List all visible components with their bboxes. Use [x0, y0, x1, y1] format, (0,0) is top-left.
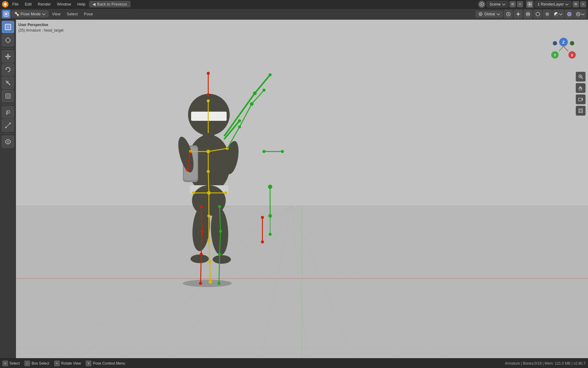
svg-marker-40: [7, 58, 9, 59]
render-icon-btn[interactable]: [526, 1, 533, 8]
menu-file[interactable]: File: [10, 1, 21, 7]
svg-point-126: [200, 205, 203, 208]
render-layer-close-btn[interactable]: ×: [580, 1, 586, 7]
transform-tool-btn[interactable]: [2, 90, 14, 102]
viewport-grid: [16, 20, 588, 358]
custom-tool-btn[interactable]: [2, 136, 14, 148]
scene-selector[interactable]: Scene: [487, 1, 508, 7]
viewport-label: User Perspective (25) Armature : head_ta…: [18, 22, 63, 33]
annotate-tool-btn[interactable]: [2, 106, 14, 118]
menu-select[interactable]: Select: [64, 11, 80, 17]
svg-text:Y: Y: [554, 53, 556, 57]
svg-point-138: [207, 93, 210, 96]
svg-line-83: [255, 75, 270, 93]
ortho-persp-btn[interactable]: [576, 106, 586, 116]
pose-context-hint: 🖱 Pose Context Menu: [86, 361, 125, 366]
svg-point-131: [199, 282, 202, 285]
hand-pan-btn[interactable]: [576, 83, 586, 93]
pose-mode-selector[interactable]: 🦴 Pose Mode: [12, 10, 48, 17]
back-arrow-icon: ◀: [92, 2, 96, 6]
scale-tool-btn[interactable]: [2, 77, 14, 89]
svg-point-101: [213, 255, 231, 264]
overlays-btn[interactable]: [524, 10, 532, 18]
back-to-previous-button[interactable]: ◀ Back to Previous: [89, 1, 130, 7]
svg-point-87: [238, 119, 241, 122]
viewport[interactable]: User Perspective (25) Armature : head_ta…: [16, 20, 588, 358]
zoom-btn[interactable]: [576, 72, 586, 82]
menu-window[interactable]: Window: [55, 1, 74, 7]
svg-point-163: [261, 240, 264, 243]
move-tool-btn[interactable]: [2, 50, 14, 63]
menu-help[interactable]: Help: [75, 1, 88, 7]
svg-point-18: [508, 13, 509, 15]
menu-pose[interactable]: Pose: [81, 11, 96, 17]
proportional-edit-btn[interactable]: [504, 10, 513, 18]
svg-point-118: [192, 191, 195, 194]
scene-icon-btn[interactable]: [478, 1, 485, 8]
menu-edit[interactable]: Edit: [22, 1, 34, 7]
svg-rect-182: [580, 110, 582, 112]
svg-point-32: [6, 38, 10, 42]
svg-line-170: [559, 46, 564, 51]
svg-line-111: [208, 171, 209, 193]
wireframe-btn[interactable]: [533, 10, 542, 18]
measure-tool-btn[interactable]: [2, 119, 14, 132]
solid-btn[interactable]: [543, 10, 552, 18]
select-tool-btn[interactable]: [2, 21, 14, 33]
transform-orientation-btn[interactable]: Global: [476, 11, 503, 17]
scene-close-btn[interactable]: ×: [517, 1, 523, 7]
toolbar2: 🦴 Pose Mode View Select Pose Global: [0, 9, 588, 20]
box-select-hint: ⬡ Box Select: [24, 361, 49, 366]
svg-rect-5: [5, 5, 6, 7]
blender-logo[interactable]: [2, 1, 9, 8]
bottom-bar: 🖱 Select ⬡ Box Select ↻ Rotate View 🖱 Po…: [0, 358, 588, 368]
svg-point-155: [217, 282, 221, 285]
perspective-label: User Perspective: [18, 22, 63, 28]
svg-point-148: [281, 150, 284, 153]
lookdev-btn[interactable]: [552, 10, 564, 18]
svg-point-147: [262, 150, 266, 153]
svg-rect-11: [529, 3, 531, 5]
menu-view[interactable]: View: [50, 11, 63, 17]
svg-point-173: [553, 41, 557, 45]
svg-line-154: [219, 254, 220, 283]
mouse-left-icon: 🖱: [2, 361, 8, 366]
svg-point-51: [7, 111, 8, 113]
svg-text:Z: Z: [562, 40, 565, 44]
left-sidebar: [0, 20, 16, 358]
render-layer-selector[interactable]: 1 RenderLayer: [535, 1, 571, 7]
svg-point-160: [269, 233, 272, 236]
svg-rect-179: [579, 98, 582, 101]
render-layer-copy-btn[interactable]: ⧉: [573, 1, 579, 7]
snap-btn[interactable]: [514, 10, 522, 18]
svg-marker-58: [7, 140, 9, 143]
svg-text:X: X: [571, 53, 573, 57]
viewport-options-btn[interactable]: [575, 10, 586, 18]
armature-label: (25) Armature : head_target: [18, 28, 63, 33]
svg-point-85: [269, 73, 272, 76]
rotate-tool-btn[interactable]: [2, 63, 14, 76]
svg-point-120: [224, 191, 227, 194]
cursor-tool-btn[interactable]: [2, 34, 14, 46]
svg-point-116: [207, 99, 210, 102]
svg-line-171: [564, 46, 568, 51]
top-bar: File Edit Render Window Help ◀ Back to P…: [0, 0, 588, 9]
menu-render[interactable]: Render: [35, 1, 53, 7]
svg-point-145: [262, 89, 266, 92]
mouse-right-icon: 🖱: [86, 361, 91, 366]
svg-point-139: [207, 72, 210, 75]
svg-point-9: [481, 4, 482, 5]
camera-persp-btn[interactable]: [576, 94, 586, 104]
viewport-right-icons: [576, 72, 586, 116]
svg-line-105: [209, 240, 210, 262]
svg-marker-39: [7, 54, 9, 55]
select-hint: 🖱 Select: [2, 361, 20, 366]
axes-widget[interactable]: Z Y X: [548, 36, 579, 67]
svg-point-174: [570, 41, 574, 45]
svg-rect-31: [6, 25, 10, 29]
svg-rect-2: [5, 1, 6, 4]
rendered-btn[interactable]: [565, 10, 574, 18]
scene-copy-btn[interactable]: ⧉: [510, 1, 516, 7]
svg-point-81: [183, 280, 232, 287]
rotate-view-hint: ↻ Rotate View: [54, 361, 81, 366]
